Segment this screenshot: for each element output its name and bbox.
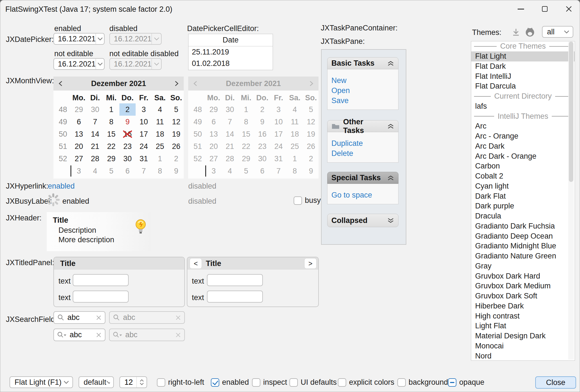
checkbox-box[interactable] bbox=[294, 196, 302, 205]
theme-list-item[interactable]: Dark purple bbox=[471, 201, 575, 211]
calendar-day[interactable]: 7 bbox=[136, 165, 152, 177]
theme-list-item[interactable]: Gray bbox=[471, 261, 575, 271]
chevron-up-double-icon[interactable] bbox=[387, 175, 394, 181]
calendar-day[interactable]: 31 bbox=[136, 153, 152, 165]
datepicker-dropdown-button[interactable] bbox=[96, 34, 104, 44]
table-row[interactable]: 01.02.2018 bbox=[188, 58, 273, 69]
calendar-day[interactable]: 29 bbox=[103, 153, 119, 165]
right-to-left-checkbox[interactable]: right-to-left bbox=[157, 378, 204, 387]
chevron-up-double-icon[interactable] bbox=[387, 61, 394, 66]
theme-list-item[interactable]: Material Design Dark bbox=[471, 331, 575, 341]
text-input[interactable] bbox=[207, 274, 263, 286]
calendar-day[interactable]: 27 bbox=[71, 153, 87, 165]
search-input[interactable]: abc bbox=[70, 331, 93, 339]
calendar-day[interactable]: 1 bbox=[152, 153, 168, 165]
calendar-day[interactable]: 6 bbox=[71, 116, 87, 128]
calendar-day[interactable]: 1 bbox=[103, 103, 119, 116]
calendar-day[interactable]: 22 bbox=[103, 140, 119, 153]
theme-list-item[interactable]: Cobalt 2 bbox=[471, 171, 575, 181]
text-input[interactable] bbox=[73, 291, 129, 303]
scrollbar-thumb[interactable] bbox=[569, 42, 573, 182]
calendar-day[interactable]: 20 bbox=[71, 140, 87, 153]
calendar-day[interactable]: 2 bbox=[119, 103, 136, 116]
calendar-day[interactable]: 21 bbox=[87, 140, 103, 153]
theme-list-item[interactable]: Hiberbee Dark bbox=[471, 301, 575, 311]
calendar-day[interactable]: 8 bbox=[152, 165, 168, 177]
calendar-day[interactable]: 2 bbox=[168, 153, 184, 165]
theme-list-item[interactable]: Gruvbox Dark Soft bbox=[471, 291, 575, 301]
checkbox-box[interactable] bbox=[211, 378, 219, 387]
table-row[interactable]: 25.11.2019 bbox=[188, 46, 273, 58]
datepicker-value[interactable]: 16.12.2021 bbox=[54, 35, 96, 43]
calendar-day[interactable]: 14 bbox=[87, 128, 103, 140]
checkbox-box[interactable] bbox=[448, 378, 456, 387]
ui-defaults-checkbox[interactable]: UI defaults bbox=[289, 378, 337, 387]
theme-list-item[interactable]: Gradianto Nature Green bbox=[471, 251, 575, 261]
scrollbar[interactable] bbox=[568, 42, 574, 360]
datepicker-dropdown-button[interactable] bbox=[96, 59, 104, 69]
theme-list-item[interactable]: Flat Darcula bbox=[471, 81, 575, 91]
calendar-day[interactable]: 8 bbox=[103, 116, 119, 128]
chevron-down-double-icon[interactable] bbox=[387, 218, 394, 223]
theme-list-item[interactable]: Gradianto Dark Fuchsia bbox=[471, 221, 575, 231]
close-window-button[interactable] bbox=[560, 1, 578, 16]
datepicker-enabled[interactable]: 16.12.2021 bbox=[53, 33, 105, 45]
calendar-day[interactable]: 10 bbox=[136, 116, 152, 128]
calendar-day[interactable]: 19 bbox=[168, 128, 184, 140]
spinner-buttons[interactable] bbox=[136, 377, 147, 388]
taskpane-link[interactable]: Save bbox=[331, 96, 398, 106]
calendar-day[interactable]: 28 bbox=[87, 153, 103, 165]
calendar-day[interactable]: 26 bbox=[168, 140, 184, 153]
theme-list-item[interactable]: Arc - Orange bbox=[471, 131, 575, 141]
theme-list-item[interactable]: Light Flat bbox=[471, 321, 575, 331]
calendar-day[interactable]: 13 bbox=[71, 128, 87, 140]
panel-next-button[interactable]: > bbox=[304, 258, 317, 269]
inspect-checkbox[interactable]: inspect bbox=[252, 378, 287, 387]
checkbox-box[interactable] bbox=[397, 378, 406, 387]
theme-list-item[interactable]: Gradianto Midnight Blue bbox=[471, 241, 575, 251]
search-dropdown-icon[interactable] bbox=[57, 331, 67, 339]
taskpane-link[interactable]: Go to space bbox=[331, 190, 398, 200]
theme-list-item[interactable]: Flat Light bbox=[471, 51, 575, 61]
search-field-enabled[interactable]: abc bbox=[53, 311, 105, 324]
calendar-day[interactable]: 16 bbox=[119, 128, 136, 140]
theme-list-item[interactable]: Arc Dark - Orange bbox=[471, 151, 575, 161]
opaque-checkbox[interactable]: opaque bbox=[448, 378, 484, 387]
taskpane-group-header[interactable]: Special Tasks bbox=[327, 172, 399, 184]
background-checkbox[interactable]: background bbox=[397, 378, 448, 387]
calendar-day[interactable]: 6 bbox=[119, 165, 136, 177]
theme-list-item[interactable]: lafs bbox=[471, 101, 575, 111]
enabled-checkbox[interactable]: enabled bbox=[211, 378, 249, 387]
spinner-value[interactable]: 12 bbox=[120, 377, 136, 388]
prev-month-icon[interactable] bbox=[58, 80, 63, 87]
calendar-day[interactable]: 9 bbox=[168, 165, 184, 177]
calendar-day[interactable]: 11 bbox=[152, 116, 168, 128]
calendar-day[interactable]: 4 bbox=[152, 103, 168, 116]
text-input[interactable] bbox=[73, 274, 129, 286]
theme-list-item[interactable]: High contrast bbox=[471, 311, 575, 321]
download-icon[interactable] bbox=[511, 27, 521, 37]
calendar-day[interactable]: 15 bbox=[103, 128, 119, 140]
chevron-down-icon[interactable] bbox=[140, 383, 144, 385]
taskpane-link[interactable]: Duplicate bbox=[331, 138, 398, 148]
theme-list-item[interactable]: Flat Dark bbox=[471, 61, 575, 72]
checkbox-box[interactable] bbox=[157, 378, 165, 387]
taskpane-group-header[interactable]: Basic Tasks bbox=[327, 57, 399, 69]
taskpane-link[interactable]: New bbox=[331, 75, 398, 85]
theme-list-item[interactable]: Arc Dark bbox=[471, 141, 575, 151]
calendar-day[interactable]: 5 bbox=[168, 103, 184, 116]
calendar-day[interactable]: 5 bbox=[103, 165, 119, 177]
close-button[interactable]: Close bbox=[535, 376, 576, 389]
busy-checkbox[interactable]: busy bbox=[294, 196, 321, 205]
github-icon[interactable] bbox=[524, 27, 536, 38]
font-size-spinner[interactable]: 12 bbox=[119, 376, 147, 388]
table-header-date[interactable]: Date bbox=[188, 34, 273, 46]
hyperlink-enabled[interactable]: enabled bbox=[48, 182, 75, 191]
calendar-day[interactable]: 3 bbox=[71, 165, 87, 177]
themes-filter-combo[interactable]: all bbox=[542, 26, 573, 38]
search-input[interactable]: abc bbox=[67, 313, 93, 322]
search-field-dropdown-enabled[interactable]: abc bbox=[53, 329, 105, 341]
calendar-day[interactable]: 7 bbox=[87, 116, 103, 128]
theme-list-item[interactable]: Nord bbox=[471, 351, 575, 361]
theme-list-item[interactable]: Cyan light bbox=[471, 181, 575, 191]
